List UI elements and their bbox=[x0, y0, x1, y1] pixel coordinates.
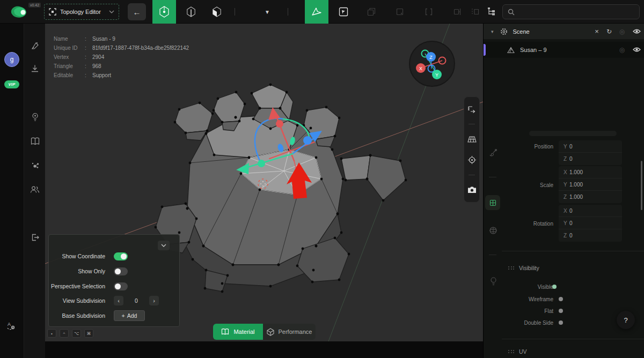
eye-icon[interactable] bbox=[628, 45, 644, 55]
toolbar-divider bbox=[469, 175, 475, 175]
tab-performance[interactable]: Performance bbox=[263, 324, 316, 340]
svg-text:Z: Z bbox=[429, 55, 433, 60]
share-button[interactable] bbox=[28, 159, 41, 171]
panel-collapse-button[interactable] bbox=[158, 241, 170, 250]
snapshot-button[interactable] bbox=[466, 184, 478, 196]
measure-button[interactable] bbox=[466, 103, 478, 115]
strip-divider bbox=[489, 177, 496, 177]
version-badge: v0.42 bbox=[28, 3, 41, 8]
option-row: Show Only bbox=[49, 266, 128, 277]
subdivision-value: 0 bbox=[123, 297, 149, 304]
duplicate-tool-button bbox=[362, 3, 381, 20]
scale-z-field[interactable]: Z1.000 bbox=[559, 191, 622, 203]
extrude-tool-button bbox=[448, 3, 467, 20]
help-button[interactable]: ? bbox=[617, 311, 635, 329]
target-icon[interactable]: ◎ bbox=[616, 28, 628, 35]
language-button[interactable]: A bbox=[4, 319, 17, 332]
scene-item-susan[interactable]: Susan – 9 ◎ bbox=[484, 42, 644, 58]
bottom-strip bbox=[45, 341, 483, 358]
svg-text:X: X bbox=[419, 66, 422, 71]
focus-button[interactable] bbox=[466, 154, 478, 166]
back-button[interactable]: ← bbox=[128, 3, 146, 20]
option-row: Perspective Selection bbox=[49, 281, 128, 292]
perspective-selection-toggle[interactable] bbox=[114, 282, 128, 290]
topology-properties-button[interactable] bbox=[485, 195, 500, 210]
key-command[interactable]: ⌘ bbox=[84, 329, 93, 338]
avatar[interactable]: g bbox=[4, 52, 19, 67]
info-row: Unique ID:81fd9f17-1887-478f-b34a-dbe25f… bbox=[54, 43, 189, 53]
refresh-icon[interactable]: ↻ bbox=[603, 28, 616, 35]
subdivision-decrease-button[interactable]: ‹ bbox=[114, 296, 123, 305]
selection-indicator bbox=[484, 44, 486, 56]
topology-editor-app: v0.42 Topology Editor ← bbox=[0, 0, 644, 358]
search-bar[interactable] bbox=[502, 4, 640, 19]
option-row: Base Subdivision + Add bbox=[49, 310, 145, 321]
strip-divider bbox=[489, 255, 496, 255]
drag-handle-icon[interactable] bbox=[508, 266, 515, 270]
exit-button[interactable] bbox=[28, 231, 41, 244]
community-button[interactable] bbox=[28, 183, 41, 196]
top-toolbar: v0.42 Topology Editor ← bbox=[0, 0, 644, 24]
scene-header[interactable]: ▾ Scene × ↻ ◎ bbox=[484, 24, 644, 39]
edge-mode-button[interactable] bbox=[181, 3, 201, 20]
scene-gear-icon bbox=[500, 28, 508, 35]
target-icon[interactable]: ◎ bbox=[616, 46, 628, 54]
idea-button[interactable] bbox=[28, 110, 41, 123]
select-tool-button[interactable] bbox=[305, 0, 328, 24]
position-inputs: Y0 Z0 bbox=[559, 140, 622, 165]
edge-cube-icon bbox=[186, 6, 196, 17]
info-row: Name:Susan - 9 bbox=[54, 34, 189, 43]
vertex-mode-button[interactable] bbox=[152, 0, 176, 24]
subdivision-increase-button[interactable]: › bbox=[149, 296, 159, 305]
editor-mode-selector[interactable]: Topology Editor bbox=[44, 4, 119, 20]
viewport-area: Name:Susan - 9 Unique ID:81fd9f17-1887-4… bbox=[45, 24, 483, 358]
box-select-button[interactable] bbox=[334, 3, 353, 20]
uv-section-header[interactable]: UV bbox=[508, 348, 527, 355]
back-arrow-icon: ← bbox=[133, 8, 141, 17]
app-logo-icon[interactable] bbox=[9, 3, 30, 20]
position-y-field[interactable]: Y0 bbox=[559, 140, 622, 153]
performance-cube-icon bbox=[267, 328, 274, 336]
view-axis-gizmo[interactable]: Z X Y bbox=[409, 41, 455, 87]
rotation-x-field[interactable]: X0 bbox=[559, 205, 622, 217]
key-option[interactable]: ⌥ bbox=[72, 329, 81, 338]
scale-x-field[interactable]: X1.000 bbox=[559, 166, 622, 178]
chevron-down-icon[interactable]: ▾ bbox=[491, 29, 494, 34]
hierarchy-panel-button[interactable] bbox=[486, 6, 498, 18]
key-dot[interactable]: • bbox=[47, 329, 56, 338]
box-cursor-icon bbox=[339, 7, 348, 17]
visibility-section-header[interactable]: Visibility bbox=[508, 265, 539, 271]
inspector-panel: ▾ Scene × ↻ ◎ Susan – 9 ◎ bbox=[483, 24, 644, 358]
deselect-icon[interactable]: × bbox=[591, 27, 603, 35]
rotation-y-field[interactable]: Y0 bbox=[559, 217, 622, 229]
bridge-tool-button bbox=[419, 3, 438, 20]
square-icon bbox=[396, 8, 404, 16]
base-subdivision-add-button[interactable]: + Add bbox=[114, 310, 145, 321]
key-caret[interactable]: ^ bbox=[60, 329, 69, 338]
rotation-z-field[interactable]: Z0 bbox=[559, 229, 622, 242]
grid-button[interactable] bbox=[466, 133, 478, 145]
show-only-toggle[interactable] bbox=[114, 267, 128, 275]
eye-icon[interactable] bbox=[628, 27, 644, 36]
position-z-field[interactable]: Z0 bbox=[559, 153, 622, 165]
scale-y-field[interactable]: Y1.000 bbox=[559, 178, 622, 191]
scrollbar-thumb[interactable] bbox=[641, 161, 642, 210]
export-button[interactable] bbox=[28, 62, 41, 75]
toolbar-separator bbox=[288, 8, 288, 16]
section-divider bbox=[502, 251, 644, 251]
3d-viewport[interactable]: Name:Susan - 9 Unique ID:81fd9f17-1887-4… bbox=[45, 24, 483, 341]
search-input[interactable] bbox=[518, 9, 626, 15]
drag-handle-icon[interactable] bbox=[508, 350, 515, 353]
show-coordinate-toggle[interactable] bbox=[114, 252, 128, 260]
pen-tool-button[interactable] bbox=[28, 39, 41, 52]
viewport-options-panel: Show Coordinate Show Only Perspective Se… bbox=[48, 234, 180, 327]
duplicate-icon bbox=[367, 8, 376, 16]
dropdown-triangle-button[interactable]: ▼ bbox=[259, 0, 275, 24]
inset-tool-button bbox=[390, 3, 409, 20]
docs-button[interactable] bbox=[28, 135, 41, 147]
tab-material[interactable]: Material bbox=[213, 324, 263, 340]
info-row: Vertex:2904 bbox=[54, 53, 189, 62]
face-mode-button[interactable] bbox=[207, 3, 226, 20]
vip-badge[interactable]: VIP bbox=[4, 80, 19, 88]
face-cube-icon bbox=[212, 6, 222, 17]
